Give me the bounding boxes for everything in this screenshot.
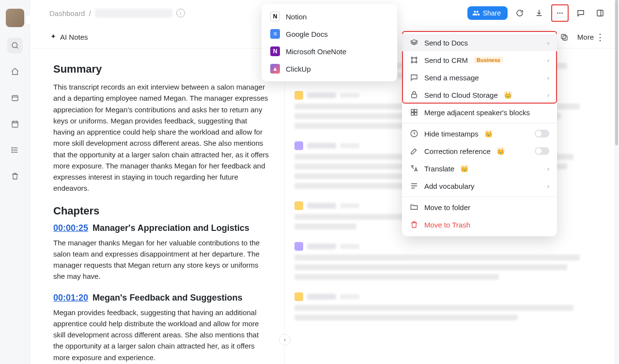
ctx-label: Correction reference: [424, 147, 491, 155]
ctx-hide-timestamps[interactable]: Hide timestamps 👑: [402, 123, 557, 142]
svg-point-0: [12, 43, 17, 48]
copy-icon[interactable]: [557, 30, 572, 45]
home-icon[interactable]: [7, 64, 23, 79]
send-to-docs-submenu: N Notion ≡ Google Docs N Microsoft OneNo…: [262, 4, 397, 81]
ctx-merge-blocks[interactable]: Merge adjacent speaker's blocks: [402, 104, 557, 121]
submenu-item-clickup[interactable]: ▲ ClickUp: [262, 60, 397, 77]
share-button-label: Share: [483, 9, 501, 17]
chevron-right-icon: ›: [547, 165, 549, 172]
svg-point-3: [12, 148, 13, 149]
ctx-label: Move to Trash: [424, 221, 470, 229]
crown-icon: 👑: [504, 91, 512, 99]
submenu-label: Notion: [286, 13, 307, 21]
list-icon[interactable]: [7, 142, 23, 158]
submenu-item-google-docs[interactable]: ≡ Google Docs: [262, 25, 397, 43]
google-docs-icon: ≡: [270, 29, 280, 39]
info-icon[interactable]: i: [176, 9, 185, 17]
panel-icon[interactable]: [593, 6, 607, 20]
workspace-avatar[interactable]: [6, 9, 24, 27]
ctx-send-message[interactable]: Send a message ›: [402, 69, 557, 86]
business-badge: Business: [474, 57, 503, 63]
svg-point-13: [411, 57, 413, 59]
chevron-right-icon: ›: [547, 39, 549, 46]
submenu-label: ClickUp: [286, 65, 311, 73]
crown-icon: 👑: [484, 130, 493, 137]
svg-point-7: [559, 13, 560, 14]
calendar-icon[interactable]: [7, 116, 23, 132]
svg-rect-2: [12, 121, 18, 127]
chapter-title-text: Manager's Appreciation and Logistics: [93, 223, 249, 233]
submenu-label: Microsoft OneNote: [286, 47, 346, 56]
comment-icon[interactable]: [573, 6, 588, 20]
chapter-body: The manager thanks Megan for her valuabl…: [53, 237, 270, 282]
ctx-label: Add vocabulary: [424, 182, 474, 190]
svg-point-16: [416, 61, 417, 63]
svg-rect-12: [561, 34, 566, 39]
chevron-right-icon: ›: [547, 74, 549, 81]
submenu-item-notion[interactable]: N Notion: [262, 8, 397, 25]
chevron-right-icon: ›: [547, 57, 549, 64]
svg-rect-11: [563, 36, 567, 40]
svg-rect-1: [12, 96, 18, 101]
clickup-icon: ▲: [270, 64, 280, 74]
ctx-move-folder[interactable]: Move to folder: [402, 197, 557, 216]
submenu-item-onenote[interactable]: N Microsoft OneNote: [262, 43, 397, 60]
chapter-timestamp[interactable]: 00:01:20: [53, 293, 88, 303]
chapter-item: 00:00:25 Manager's Appreciation and Logi…: [53, 223, 270, 282]
more-context-menu: Send to Docs › Send to CRM Business › Se…: [402, 31, 557, 236]
ctx-label: Send to Docs: [424, 39, 468, 47]
breadcrumb-sep: /: [89, 9, 91, 17]
ctx-add-vocabulary[interactable]: Add vocabulary ›: [402, 177, 557, 195]
share-button[interactable]: Share: [467, 6, 508, 20]
more-actions-button[interactable]: More ⋮: [577, 32, 604, 43]
ctx-label: Move to folder: [424, 203, 470, 212]
notes-panel: Summary This transcript records an exit …: [30, 48, 284, 364]
ctx-label: Hide timestamps: [424, 130, 479, 138]
crown-icon: 👑: [496, 147, 505, 155]
right-scrollbar[interactable]: [614, 0, 619, 364]
chapters-heading: Chapters: [53, 205, 270, 217]
ctx-send-cloud[interactable]: Send to Cloud Storage 👑 ›: [402, 86, 557, 104]
chapter-item: 00:01:20 Megan's Feedback and Suggestion…: [53, 293, 270, 363]
breadcrumb-title-redacted: [95, 9, 172, 17]
ai-notes-button[interactable]: AI Notes: [49, 33, 88, 41]
crown-icon: 👑: [460, 165, 468, 172]
svg-rect-17: [412, 94, 417, 98]
svg-point-6: [557, 13, 558, 14]
transcript-block: [294, 242, 604, 280]
chevron-right-icon: ›: [547, 91, 549, 99]
more-menu-button[interactable]: [551, 4, 569, 22]
transcript-block: [294, 292, 604, 320]
ctx-send-to-crm[interactable]: Send to CRM Business ›: [402, 51, 557, 69]
ctx-correction-reference[interactable]: Correction reference 👑: [402, 142, 557, 160]
ctx-move-trash[interactable]: Move to Trash: [402, 216, 557, 233]
ctx-translate[interactable]: Translate 👑 ›: [402, 160, 557, 177]
ctx-label: Send a message: [424, 74, 479, 82]
svg-point-8: [561, 13, 562, 14]
svg-rect-20: [411, 113, 414, 115]
ctx-send-to-docs[interactable]: Send to Docs ›: [402, 34, 557, 51]
notion-icon: N: [270, 12, 280, 21]
download-icon[interactable]: [532, 6, 546, 20]
ai-notes-label: AI Notes: [60, 33, 88, 41]
submenu-label: Google Docs: [286, 30, 328, 38]
trash-icon[interactable]: [7, 168, 23, 184]
toggle-switch[interactable]: [535, 130, 549, 137]
svg-point-4: [12, 150, 13, 151]
collapse-handle-icon[interactable]: ‹: [279, 334, 291, 346]
breadcrumb-root[interactable]: Dashboard: [49, 9, 85, 17]
ctx-label: Send to Cloud Storage: [424, 91, 498, 99]
svg-point-14: [416, 57, 417, 59]
svg-rect-9: [597, 10, 603, 16]
breadcrumb: Dashboard / i: [49, 9, 185, 17]
inbox-icon[interactable]: [7, 90, 23, 106]
onenote-icon: N: [270, 46, 280, 56]
refresh-icon[interactable]: [512, 6, 527, 20]
svg-rect-21: [415, 113, 417, 115]
toggle-switch[interactable]: [535, 147, 549, 155]
chapter-timestamp[interactable]: 00:00:25: [53, 223, 88, 233]
ctx-label: Merge adjacent speaker's blocks: [424, 108, 530, 117]
summary-heading: Summary: [53, 63, 270, 76]
search-icon[interactable]: [7, 38, 23, 53]
svg-rect-18: [411, 109, 414, 112]
